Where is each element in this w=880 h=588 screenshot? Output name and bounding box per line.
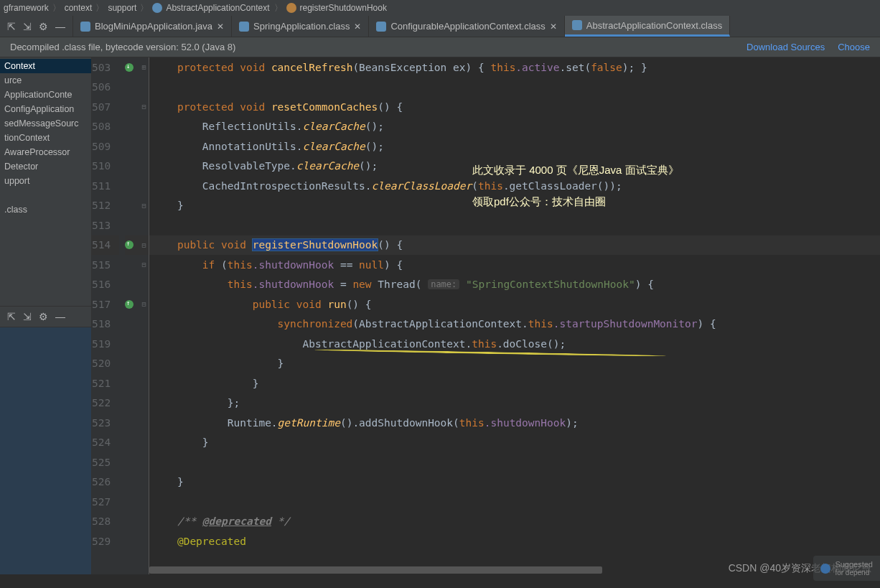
sidebar-item[interactable]: sedMessageSourc xyxy=(0,116,91,131)
fold-icon[interactable]: ⊟ xyxy=(139,261,149,269)
line-number: 528 xyxy=(92,512,119,532)
line-number: 527 xyxy=(92,492,119,512)
line-number: 517 xyxy=(92,294,119,314)
sidebar-toolbar: ⇱ ⇲ ⚙ — xyxy=(0,16,73,37)
class-file-icon xyxy=(376,22,386,32)
line-number: 520 xyxy=(92,354,119,374)
fold-icon[interactable]: ⊟ xyxy=(139,300,149,308)
fold-icon[interactable]: ⊟ xyxy=(139,202,149,210)
breadcrumb-item[interactable]: AbstractApplicationContext xyxy=(151,3,271,14)
line-number: 506 xyxy=(92,78,119,98)
scrollbar-thumb[interactable] xyxy=(149,566,602,574)
gear-icon[interactable]: ⚙ xyxy=(39,21,48,32)
choose-sources-link[interactable]: Choose xyxy=(838,42,870,52)
tab-label: BlogMiniAppApplication.java xyxy=(95,21,212,32)
chevron-right-icon: 〉 xyxy=(273,2,284,14)
hide-icon[interactable]: — xyxy=(55,21,65,32)
close-icon[interactable]: ✕ xyxy=(354,22,361,32)
line-number: 514 xyxy=(92,235,119,256)
line-number: 512 xyxy=(92,196,119,216)
fold-gutter: ⊞ ⊟ ⊟ ⊟ ⊟ ⊟ xyxy=(139,57,149,574)
breadcrumb-item[interactable]: support xyxy=(107,3,137,13)
method-icon xyxy=(286,3,296,13)
code-body[interactable]: protected void cancelRefresh(BeansExcept… xyxy=(149,57,880,574)
line-number: 509 xyxy=(92,136,119,157)
line-number: 518 xyxy=(92,314,119,335)
hide-icon[interactable]: — xyxy=(55,311,65,322)
gear-icon[interactable]: ⚙ xyxy=(39,311,48,322)
line-number: 508 xyxy=(92,117,119,137)
line-number: 519 xyxy=(92,334,119,354)
editor-tab[interactable]: BlogMiniAppApplication.java ✕ xyxy=(73,16,232,37)
decompiled-notice: Decompiled .class file, bytecode version… xyxy=(0,37,880,57)
line-number: 529 xyxy=(92,531,119,551)
class-icon xyxy=(152,3,162,13)
suggested-panel[interactable]: Suggested for depend xyxy=(813,556,880,581)
line-number: 523 xyxy=(92,413,119,433)
chevron-right-icon: 〉 xyxy=(95,2,105,14)
close-icon[interactable]: ✕ xyxy=(217,22,224,32)
line-number: 524 xyxy=(92,433,119,453)
chevron-right-icon: 〉 xyxy=(139,2,149,14)
download-sources-link[interactable]: Download Sources xyxy=(746,42,825,52)
suggested-sub: for depend xyxy=(835,569,873,577)
line-number: 522 xyxy=(92,393,119,414)
fold-icon[interactable]: ⊞ xyxy=(139,63,149,71)
line-numbers: 503 506 507 508 509 510 511 512 513 514 … xyxy=(92,57,125,574)
sidebar-spacer xyxy=(0,188,91,202)
breadcrumb: gframework 〉 context 〉 support 〉 Abstrac… xyxy=(0,0,880,16)
tab-label: ConfigurableApplicationContext.class xyxy=(390,21,545,32)
editor-tabs: ⇱ ⇲ ⚙ — BlogMiniAppApplication.java ✕ Sp… xyxy=(0,16,880,37)
line-number: 515 xyxy=(92,255,119,275)
line-number: 507 xyxy=(92,97,119,117)
breadcrumb-item[interactable]: context xyxy=(64,3,93,13)
editor-tab[interactable]: SpringApplication.class ✕ xyxy=(232,16,369,37)
sidebar-item[interactable]: Detector xyxy=(0,159,91,174)
tab-label: AbstractApplicationContext.class xyxy=(586,20,722,31)
sidebar-item[interactable]: AwareProcessor xyxy=(0,145,91,159)
notice-message: Decompiled .class file, bytecode version… xyxy=(10,42,235,52)
sidebar-item[interactable]: ConfigApplication xyxy=(0,102,91,116)
tab-label: SpringApplication.class xyxy=(253,21,350,32)
sidebar-item[interactable]: .class xyxy=(0,202,91,217)
line-number: 511 xyxy=(92,176,119,196)
gutter-marks xyxy=(125,57,139,574)
structure-sidebar: Context urce ApplicationConte ConfigAppl… xyxy=(0,57,92,574)
code-editor[interactable]: 503 506 507 508 509 510 511 512 513 514 … xyxy=(92,57,880,574)
editor-tab[interactable]: AbstractApplicationContext.class xyxy=(565,16,730,37)
editor-tab[interactable]: ConfigurableApplicationContext.class ✕ xyxy=(369,16,564,37)
class-file-icon xyxy=(572,20,582,30)
sidebar-item[interactable]: ApplicationConte xyxy=(0,88,91,102)
fold-icon[interactable]: ⊟ xyxy=(139,241,149,249)
line-number: 503 xyxy=(92,57,119,78)
implements-icon[interactable] xyxy=(125,300,134,309)
fold-icon[interactable]: ⊟ xyxy=(139,103,149,111)
line-number: 525 xyxy=(92,452,119,472)
sidebar-item[interactable]: urce xyxy=(0,73,91,88)
line-number: 526 xyxy=(92,472,119,493)
collapse-icon[interactable]: ⇲ xyxy=(23,21,32,32)
class-file-icon xyxy=(239,22,249,32)
expand-icon[interactable]: ⇱ xyxy=(7,311,16,322)
line-number: 516 xyxy=(92,275,119,295)
implements-icon[interactable] xyxy=(125,241,134,249)
line-number: 510 xyxy=(92,157,119,177)
override-icon[interactable] xyxy=(125,63,134,72)
chevron-right-icon: 〉 xyxy=(52,2,62,14)
collapse-icon[interactable]: ⇲ xyxy=(23,311,32,322)
expand-icon[interactable]: ⇱ xyxy=(7,21,16,32)
sidebar-bottom-panel xyxy=(0,327,91,574)
breadcrumb-item[interactable]: gframework xyxy=(3,3,50,13)
line-number: 513 xyxy=(92,215,119,235)
sidebar-item[interactable]: tionContext xyxy=(0,131,91,145)
line-number: 521 xyxy=(92,373,119,393)
close-icon[interactable]: ✕ xyxy=(550,22,557,32)
sidebar-item[interactable]: upport xyxy=(0,174,91,188)
java-file-icon xyxy=(80,22,90,32)
sidebar-toolbar-bottom: ⇱ ⇲ ⚙ — xyxy=(0,306,91,327)
info-icon xyxy=(820,564,830,574)
breadcrumb-item[interactable]: registerShutdownHook xyxy=(286,3,388,14)
sidebar-item[interactable]: Context xyxy=(0,59,91,73)
suggested-label: Suggested xyxy=(835,560,873,569)
